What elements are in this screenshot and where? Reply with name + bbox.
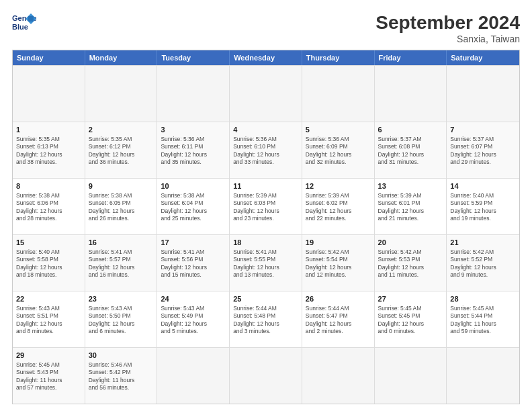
empty-cell bbox=[13, 66, 85, 122]
page: General Blue September 2024 Sanxia, Taiw… bbox=[0, 0, 532, 411]
day-info: Sunrise: 5:44 AM Sunset: 5:47 PM Dayligh… bbox=[306, 305, 352, 334]
day-info: Sunrise: 5:39 AM Sunset: 6:03 PM Dayligh… bbox=[233, 192, 279, 222]
header-day-friday: Friday bbox=[375, 50, 447, 65]
day-cell-11: 11Sunrise: 5:39 AM Sunset: 6:03 PM Dayli… bbox=[230, 179, 302, 234]
day-cell-2: 2Sunrise: 5:35 AM Sunset: 6:12 PM Daylig… bbox=[85, 122, 158, 178]
day-number: 10 bbox=[161, 181, 226, 191]
calendar-header: SundayMondayTuesdayWednesdayThursdayFrid… bbox=[13, 50, 519, 65]
subtitle: Sanxia, Taiwan bbox=[375, 34, 520, 44]
day-number: 8 bbox=[16, 181, 81, 191]
day-cell-22: 22Sunrise: 5:43 AM Sunset: 5:51 PM Dayli… bbox=[13, 291, 85, 347]
day-number: 6 bbox=[378, 125, 443, 135]
day-info: Sunrise: 5:41 AM Sunset: 5:56 PM Dayligh… bbox=[161, 248, 207, 278]
day-info: Sunrise: 5:38 AM Sunset: 6:06 PM Dayligh… bbox=[16, 192, 62, 222]
day-number: 4 bbox=[233, 125, 298, 135]
empty-cell bbox=[375, 348, 447, 404]
day-info: Sunrise: 5:35 AM Sunset: 6:13 PM Dayligh… bbox=[16, 136, 62, 165]
day-info: Sunrise: 5:45 AM Sunset: 5:45 PM Dayligh… bbox=[378, 305, 425, 334]
calendar-row-3: 15Sunrise: 5:40 AM Sunset: 5:58 PM Dayli… bbox=[13, 234, 519, 291]
calendar: SundayMondayTuesdayWednesdayThursdayFrid… bbox=[12, 50, 520, 404]
day-number: 7 bbox=[450, 125, 516, 135]
day-number: 24 bbox=[161, 294, 226, 304]
day-number: 18 bbox=[233, 238, 298, 248]
svg-text:Blue: Blue bbox=[12, 23, 28, 31]
day-cell-5: 5Sunrise: 5:36 AM Sunset: 6:09 PM Daylig… bbox=[302, 122, 375, 178]
day-info: Sunrise: 5:42 AM Sunset: 5:54 PM Dayligh… bbox=[306, 248, 352, 278]
day-info: Sunrise: 5:46 AM Sunset: 5:42 PM Dayligh… bbox=[89, 361, 135, 391]
day-number: 13 bbox=[378, 181, 443, 191]
empty-cell bbox=[375, 66, 447, 122]
day-cell-19: 19Sunrise: 5:42 AM Sunset: 5:54 PM Dayli… bbox=[302, 235, 375, 291]
day-number: 14 bbox=[450, 181, 516, 191]
day-cell-28: 28Sunrise: 5:45 AM Sunset: 5:44 PM Dayli… bbox=[447, 291, 519, 347]
day-cell-14: 14Sunrise: 5:40 AM Sunset: 5:59 PM Dayli… bbox=[447, 179, 519, 234]
day-cell-3: 3Sunrise: 5:36 AM Sunset: 6:11 PM Daylig… bbox=[157, 122, 230, 178]
day-cell-26: 26Sunrise: 5:44 AM Sunset: 5:47 PM Dayli… bbox=[302, 291, 375, 347]
header: General Blue September 2024 Sanxia, Taiw… bbox=[12, 12, 520, 44]
day-number: 17 bbox=[161, 238, 226, 248]
calendar-row-0 bbox=[13, 65, 519, 122]
day-number: 19 bbox=[306, 238, 371, 248]
day-info: Sunrise: 5:36 AM Sunset: 6:11 PM Dayligh… bbox=[161, 136, 207, 165]
day-info: Sunrise: 5:38 AM Sunset: 6:04 PM Dayligh… bbox=[161, 192, 207, 222]
day-info: Sunrise: 5:36 AM Sunset: 6:09 PM Dayligh… bbox=[306, 136, 352, 165]
day-cell-12: 12Sunrise: 5:39 AM Sunset: 6:02 PM Dayli… bbox=[302, 179, 375, 234]
day-cell-18: 18Sunrise: 5:41 AM Sunset: 5:55 PM Dayli… bbox=[230, 235, 302, 291]
header-day-sunday: Sunday bbox=[13, 50, 85, 65]
day-info: Sunrise: 5:36 AM Sunset: 6:10 PM Dayligh… bbox=[233, 136, 279, 165]
day-info: Sunrise: 5:43 AM Sunset: 5:49 PM Dayligh… bbox=[161, 305, 207, 334]
day-number: 2 bbox=[89, 125, 154, 135]
day-number: 27 bbox=[378, 294, 443, 304]
day-cell-27: 27Sunrise: 5:45 AM Sunset: 5:45 PM Dayli… bbox=[375, 291, 447, 347]
day-number: 9 bbox=[89, 181, 154, 191]
day-info: Sunrise: 5:43 AM Sunset: 5:50 PM Dayligh… bbox=[89, 305, 135, 334]
day-cell-23: 23Sunrise: 5:43 AM Sunset: 5:50 PM Dayli… bbox=[85, 291, 158, 347]
day-info: Sunrise: 5:44 AM Sunset: 5:48 PM Dayligh… bbox=[233, 305, 279, 334]
day-info: Sunrise: 5:41 AM Sunset: 5:57 PM Dayligh… bbox=[89, 248, 135, 278]
day-number: 5 bbox=[306, 125, 371, 135]
day-number: 25 bbox=[233, 294, 298, 304]
day-cell-10: 10Sunrise: 5:38 AM Sunset: 6:04 PM Dayli… bbox=[157, 179, 230, 234]
day-number: 26 bbox=[306, 294, 371, 304]
day-number: 28 bbox=[450, 294, 516, 304]
day-info: Sunrise: 5:43 AM Sunset: 5:51 PM Dayligh… bbox=[16, 305, 62, 334]
title-block: September 2024 Sanxia, Taiwan bbox=[375, 12, 520, 44]
day-cell-16: 16Sunrise: 5:41 AM Sunset: 5:57 PM Dayli… bbox=[85, 235, 158, 291]
calendar-row-5: 29Sunrise: 5:45 AM Sunset: 5:43 PM Dayli… bbox=[13, 347, 519, 404]
empty-cell bbox=[447, 348, 519, 404]
day-number: 30 bbox=[89, 351, 154, 361]
calendar-row-2: 8Sunrise: 5:38 AM Sunset: 6:06 PM Daylig… bbox=[13, 178, 519, 234]
calendar-row-4: 22Sunrise: 5:43 AM Sunset: 5:51 PM Dayli… bbox=[13, 291, 519, 347]
day-cell-13: 13Sunrise: 5:39 AM Sunset: 6:01 PM Dayli… bbox=[375, 179, 447, 234]
header-day-wednesday: Wednesday bbox=[230, 50, 302, 65]
day-number: 22 bbox=[16, 294, 81, 304]
day-info: Sunrise: 5:41 AM Sunset: 5:55 PM Dayligh… bbox=[233, 248, 279, 278]
day-cell-30: 30Sunrise: 5:46 AM Sunset: 5:42 PM Dayli… bbox=[85, 348, 158, 404]
calendar-row-1: 1Sunrise: 5:35 AM Sunset: 6:13 PM Daylig… bbox=[13, 122, 519, 178]
day-info: Sunrise: 5:39 AM Sunset: 6:02 PM Dayligh… bbox=[306, 192, 352, 222]
empty-cell bbox=[230, 348, 302, 404]
header-day-saturday: Saturday bbox=[447, 50, 519, 65]
empty-cell bbox=[157, 348, 230, 404]
day-cell-8: 8Sunrise: 5:38 AM Sunset: 6:06 PM Daylig… bbox=[13, 179, 85, 234]
logo-icon: General Blue bbox=[12, 12, 36, 32]
empty-cell bbox=[447, 66, 519, 122]
day-info: Sunrise: 5:45 AM Sunset: 5:43 PM Dayligh… bbox=[16, 361, 62, 391]
day-number: 29 bbox=[16, 351, 81, 361]
header-day-thursday: Thursday bbox=[302, 50, 375, 65]
day-number: 23 bbox=[89, 294, 154, 304]
day-cell-20: 20Sunrise: 5:42 AM Sunset: 5:53 PM Dayli… bbox=[375, 235, 447, 291]
day-number: 20 bbox=[378, 238, 443, 248]
day-number: 15 bbox=[16, 238, 81, 248]
month-title: September 2024 bbox=[375, 12, 520, 34]
day-info: Sunrise: 5:37 AM Sunset: 6:07 PM Dayligh… bbox=[450, 136, 496, 165]
day-cell-21: 21Sunrise: 5:42 AM Sunset: 5:52 PM Dayli… bbox=[447, 235, 519, 291]
day-info: Sunrise: 5:40 AM Sunset: 5:58 PM Dayligh… bbox=[16, 248, 62, 278]
day-number: 1 bbox=[16, 125, 81, 135]
empty-cell bbox=[302, 348, 375, 404]
day-info: Sunrise: 5:42 AM Sunset: 5:53 PM Dayligh… bbox=[378, 248, 425, 278]
svg-marker-3 bbox=[28, 16, 34, 21]
day-info: Sunrise: 5:37 AM Sunset: 6:08 PM Dayligh… bbox=[378, 136, 425, 165]
day-cell-7: 7Sunrise: 5:37 AM Sunset: 6:07 PM Daylig… bbox=[447, 122, 519, 178]
day-info: Sunrise: 5:38 AM Sunset: 6:05 PM Dayligh… bbox=[89, 192, 135, 222]
